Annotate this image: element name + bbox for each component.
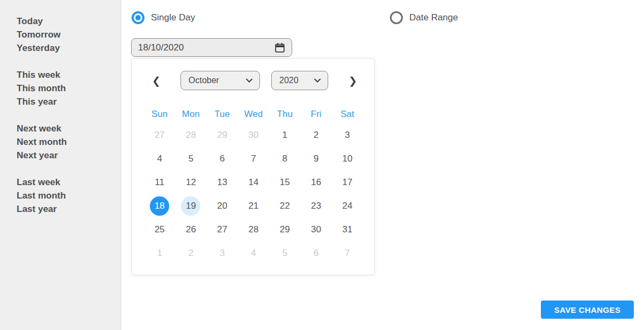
sidebar-group: Last weekLast monthLast year (17, 175, 121, 216)
day-names-row: SunMonTueWedThuFriSat (144, 107, 363, 121)
calendar-day[interactable]: 27 (207, 218, 238, 241)
calendar-day[interactable]: 20 (207, 194, 238, 218)
date-range-radio[interactable]: Date Range (390, 11, 458, 24)
calendar-day-number: 2 (306, 126, 325, 145)
calendar-day[interactable]: 29 (269, 218, 300, 241)
day-name-fri: Fri (300, 107, 331, 121)
calendar-day[interactable]: 3 (332, 123, 363, 147)
calendar-day[interactable]: 16 (300, 171, 331, 194)
calendar-day-number: 20 (213, 196, 232, 216)
calendar-day[interactable]: 22 (269, 194, 300, 218)
calendar-day-number: 21 (244, 196, 263, 216)
calendar-day[interactable]: 24 (332, 194, 363, 218)
calendar-day-number: 27 (150, 126, 169, 145)
sidebar-item-next-week[interactable]: Next week (17, 122, 121, 135)
calendar-day[interactable]: 12 (175, 171, 206, 194)
sidebar-item-today[interactable]: Today (17, 14, 121, 28)
single-day-label: Single Day (151, 12, 195, 23)
week-row: 27282930123 (144, 123, 363, 147)
calendar-day[interactable]: 13 (207, 171, 238, 194)
chevron-down-icon (314, 77, 321, 84)
week-row: 45678910 (144, 147, 363, 171)
calendar-day[interactable]: 23 (300, 194, 331, 218)
calendar-day-number: 10 (338, 149, 357, 168)
calendar-day: 3 (207, 241, 238, 265)
radio-selected-icon[interactable] (132, 11, 144, 24)
calendar-day-number: 25 (150, 220, 169, 239)
sidebar-item-tomorrow[interactable]: Tomorrow (17, 28, 121, 41)
quick-ranges-sidebar: TodayTomorrowYesterdayThis weekThis mont… (0, 0, 121, 330)
calendar-day[interactable]: 21 (238, 194, 269, 218)
calendar-day: 7 (332, 241, 363, 265)
calendar-day: 2 (175, 241, 206, 265)
calendar-day[interactable]: 15 (269, 171, 300, 194)
calendar-day[interactable]: 7 (238, 147, 269, 171)
sidebar-group: Next weekNext monthNext year (17, 122, 121, 162)
calendar-day: 27 (144, 123, 175, 147)
year-select[interactable]: 2020 (271, 71, 328, 90)
calendar-day-number: 17 (338, 173, 357, 192)
calendar-day-number: 4 (244, 244, 263, 263)
calendar-day-number: 6 (306, 244, 325, 263)
calendar-day-number: 7 (244, 149, 263, 168)
calendar-day-number: 16 (306, 173, 325, 192)
calendar-popup: ❮ October 2020 ❯ SunMonTueWedThuFriSat 2… (131, 58, 375, 275)
date-input-value[interactable]: 18/10/2020 (138, 42, 274, 53)
sidebar-item-this-month[interactable]: This month (17, 82, 121, 95)
month-select[interactable]: October (180, 71, 260, 90)
calendar-day-number: 12 (181, 173, 200, 192)
calendar-day-selected[interactable]: 18 (144, 194, 175, 218)
date-input[interactable]: 18/10/2020 (131, 38, 292, 57)
calendar-day[interactable]: 9 (300, 147, 331, 171)
calendar-day[interactable]: 28 (238, 218, 269, 241)
calendar-day[interactable]: 5 (175, 147, 206, 171)
day-name-wed: Wed (238, 107, 269, 121)
sidebar-item-next-year[interactable]: Next year (17, 149, 121, 162)
calendar-day[interactable]: 26 (175, 218, 206, 241)
year-select-value: 2020 (279, 76, 314, 85)
radio-unselected-icon[interactable] (390, 11, 403, 24)
calendar-day[interactable]: 6 (207, 147, 238, 171)
day-name-sun: Sun (144, 107, 175, 121)
sidebar-item-last-month[interactable]: Last month (17, 189, 121, 202)
calendar-day[interactable]: 30 (300, 218, 331, 241)
calendar-day[interactable]: 10 (332, 147, 363, 171)
save-changes-button[interactable]: SAVE CHANGES (541, 300, 634, 319)
day-name-thu: Thu (269, 107, 300, 121)
week-row: 25262728293031 (144, 218, 363, 241)
calendar-day[interactable]: 25 (144, 218, 175, 241)
sidebar-item-last-week[interactable]: Last week (17, 175, 121, 189)
calendar-day[interactable]: 8 (269, 147, 300, 171)
calendar-day[interactable]: 17 (332, 171, 363, 194)
calendar-day-number: 6 (213, 149, 232, 168)
calendar-day[interactable]: 1 (269, 123, 300, 147)
calendar-day: 5 (269, 241, 300, 265)
sidebar-group: TodayTomorrowYesterday (17, 14, 121, 55)
single-day-radio[interactable]: Single Day (132, 11, 195, 24)
sidebar-item-this-year[interactable]: This year (17, 95, 121, 108)
calendar-day[interactable]: 31 (332, 218, 363, 241)
calendar-day[interactable]: 4 (144, 147, 175, 171)
chevron-down-icon (245, 77, 253, 84)
calendar-icon[interactable] (274, 42, 286, 54)
calendar-day: 4 (238, 241, 269, 265)
next-month-button[interactable]: ❯ (344, 71, 361, 90)
week-row: 11121314151617 (144, 171, 363, 194)
calendar-day-number: 3 (338, 126, 357, 145)
day-name-mon: Mon (175, 107, 206, 121)
calendar-day[interactable]: 11 (144, 171, 175, 194)
calendar-day[interactable]: 14 (238, 171, 269, 194)
calendar-day-number: 2 (181, 244, 200, 263)
sidebar-item-this-week[interactable]: This week (17, 68, 121, 82)
calendar-day[interactable]: 2 (300, 123, 331, 147)
calendar-grid: 2728293012345678910111213141516171819202… (144, 123, 363, 265)
calendar-day-number: 30 (244, 126, 263, 145)
month-select-value: October (189, 76, 245, 85)
sidebar-item-next-month[interactable]: Next month (17, 135, 121, 149)
calendar-day[interactable]: 19 (175, 194, 206, 218)
prev-month-button[interactable]: ❮ (148, 71, 165, 90)
sidebar-item-yesterday[interactable]: Yesterday (17, 41, 121, 55)
sidebar-item-last-year[interactable]: Last year (17, 202, 121, 216)
calendar-day-number: 13 (213, 173, 232, 192)
date-picker-panel: Single Day Date Range 18/10/2020 ❮ Octob… (122, 0, 644, 330)
